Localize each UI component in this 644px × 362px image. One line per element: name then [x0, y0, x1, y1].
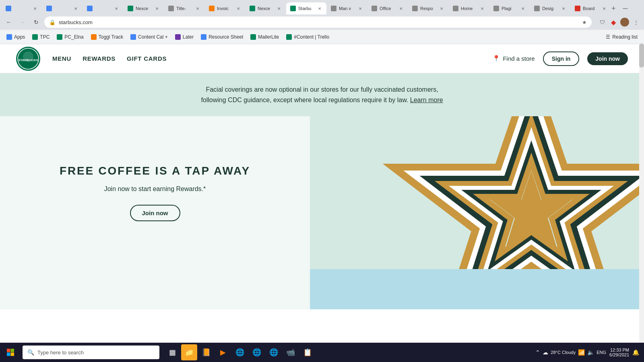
scrollbar-track[interactable] — [639, 43, 644, 343]
reading-list-icon: ☰ — [606, 34, 610, 40]
address-bar: ← → ↻ 🔒 starbucks.com ★ 🛡 ◆ ⋮ — [0, 14, 644, 30]
tab-close-11[interactable]: ✕ — [479, 6, 485, 11]
bm-label-2: PC_Elna — [64, 34, 83, 40]
taskbar-search-box[interactable]: 🔍 Type here to search — [23, 346, 159, 359]
bm-favicon-4 — [130, 34, 136, 40]
language-label[interactable]: ENG — [597, 350, 606, 355]
sign-in-button[interactable]: Sign in — [543, 51, 580, 66]
tab-close-2[interactable]: ✕ — [114, 6, 119, 11]
volume-icon[interactable]: 🔈 — [587, 349, 594, 356]
tab-label-4: Title- — [176, 6, 192, 11]
tab-label-10: Respo — [420, 6, 436, 11]
tab-close-12[interactable]: ✕ — [520, 6, 526, 11]
bm-favicon-0 — [6, 34, 12, 40]
back-button[interactable]: ← — [3, 16, 14, 28]
bookmark-item-4[interactable]: Content Cal + — [127, 33, 171, 41]
bookmark-item-3[interactable]: Toggl Track — [88, 33, 126, 41]
bm-label-0: Apps — [14, 34, 25, 40]
tab-close-6[interactable]: ✕ — [276, 6, 282, 11]
tab-close-13[interactable]: ✕ — [561, 6, 566, 11]
browser-tab-12[interactable]: Plagi ✕ — [489, 2, 530, 14]
tab-close-5[interactable]: ✕ — [235, 6, 241, 11]
reading-list-button[interactable]: ☰ Reading list — [603, 33, 641, 41]
tab-close-9[interactable]: ✕ — [398, 6, 404, 11]
svg-rect-12 — [7, 349, 10, 352]
browser-tab-10[interactable]: Respo ✕ — [408, 2, 448, 14]
taskbar-edge[interactable]: 🌐 — [249, 344, 265, 360]
learn-more-link[interactable]: Learn more — [410, 97, 443, 103]
taskbar-clock[interactable]: 12:33 PM 6/29/2021 — [609, 348, 629, 357]
browser-tab-5[interactable]: Invoic ✕ — [205, 2, 245, 14]
bookmark-item-0[interactable]: Apps — [3, 33, 28, 41]
taskbar-task-view[interactable]: ▦ — [164, 344, 180, 360]
browser-tab-3[interactable]: Nexce ✕ — [124, 2, 164, 14]
gift-cards-link[interactable]: GIFT CARDS — [127, 55, 167, 62]
url-bar[interactable]: 🔒 starbucks.com ★ — [44, 16, 592, 28]
tab-favicon-7 — [290, 6, 296, 11]
tab-favicon-6 — [250, 6, 255, 11]
reload-button[interactable]: ↻ — [31, 16, 42, 28]
menu-link[interactable]: MENU — [52, 55, 71, 62]
bm-label-8: #Content | Trello — [294, 34, 329, 40]
tab-close-1[interactable]: ✕ — [73, 6, 78, 11]
tab-bar: ✕ ✕ ✕ Nexce ✕ Title- ✕ Invoic ✕ Nexce ✕ — [0, 0, 644, 14]
tab-close-7[interactable]: ✕ — [317, 6, 322, 11]
browser-tab-1[interactable]: ✕ — [42, 2, 83, 14]
browser-tab-2[interactable]: ✕ — [83, 2, 123, 14]
taskbar-vlc[interactable]: ▶ — [215, 344, 231, 360]
hero-left: FREE COFFEE IS A TAP AWAY Join now to st… — [0, 116, 310, 269]
browser-tab-6[interactable]: Nexce ✕ — [246, 2, 286, 14]
bookmark-item-2[interactable]: PC_Elna — [54, 33, 87, 41]
start-button[interactable] — [0, 343, 21, 362]
bookmark-item-7[interactable]: MailerLite — [247, 33, 282, 41]
profile-icon[interactable] — [620, 17, 630, 27]
taskbar-firefox[interactable]: 🌐 — [232, 344, 248, 360]
bookmark-item-1[interactable]: TPC — [29, 33, 53, 41]
taskbar-file-explorer[interactable]: 📁 — [181, 344, 197, 360]
settings-icon[interactable]: ⋮ — [631, 17, 641, 27]
extension-icon-1[interactable]: 🛡 — [597, 17, 607, 27]
taskbar-teams[interactable]: 📹 — [283, 344, 299, 360]
browser-tab-11[interactable]: Home ✕ — [449, 2, 489, 14]
browser-tab-13[interactable]: Desig ✕ — [530, 2, 570, 14]
tab-close-4[interactable]: ✕ — [195, 6, 200, 11]
tab-favicon-0 — [6, 6, 11, 11]
browser-tab-9[interactable]: Office ✕ — [367, 2, 408, 14]
restore-button[interactable]: ◻ — [636, 2, 644, 14]
tab-close-8[interactable]: ✕ — [357, 6, 363, 11]
tab-close-14[interactable]: ✕ — [601, 6, 607, 11]
tab-close-3[interactable]: ✕ — [154, 6, 160, 11]
join-now-hero-button[interactable]: Join now — [130, 205, 180, 221]
tab-close-10[interactable]: ✕ — [439, 6, 444, 11]
forward-button[interactable]: → — [17, 16, 28, 28]
join-now-nav-button[interactable]: Join now — [587, 52, 628, 65]
scrollbar-thumb[interactable] — [639, 43, 644, 68]
taskbar-chrome[interactable]: 🌐 — [266, 344, 282, 360]
find-store-link[interactable]: 📍 Find a store — [492, 55, 535, 62]
extension-icon-2[interactable]: ◆ — [609, 17, 618, 27]
bm-label-3: Toggl Track — [99, 34, 123, 40]
browser-tab-4[interactable]: Title- ✕ — [164, 2, 204, 14]
bookmark-star-icon[interactable]: ★ — [582, 19, 587, 25]
bm-favicon-7 — [250, 34, 256, 40]
bookmark-item-5[interactable]: Later — [172, 33, 197, 41]
browser-tab-8[interactable]: Man v ✕ — [327, 2, 367, 14]
rewards-link[interactable]: REWARDS — [83, 55, 116, 62]
tab-new-button[interactable]: + — [611, 2, 616, 14]
browser-tab-0[interactable]: ✕ — [2, 2, 42, 14]
browser-tab-14[interactable]: Board ✕ — [571, 2, 611, 14]
weather-icon[interactable]: ☁ — [543, 349, 548, 356]
show-hidden-icon[interactable]: ⌃ — [535, 349, 540, 356]
bookmark-item-8[interactable]: #Content | Trello — [283, 33, 332, 41]
bookmark-item-6[interactable]: Resource Sheet — [198, 33, 246, 41]
svg-rect-13 — [11, 349, 14, 352]
tab-close-0[interactable]: ✕ — [32, 6, 38, 11]
taskbar-sticky[interactable]: 📋 — [299, 344, 316, 360]
taskbar-store[interactable]: 📙 — [198, 344, 214, 360]
notification-icon[interactable]: 🔔 — [632, 349, 639, 356]
browser-tab-7[interactable]: Starbu ✕ — [286, 2, 326, 14]
network-icon[interactable]: 📶 — [578, 349, 585, 356]
tab-favicon-5 — [209, 6, 215, 11]
starbucks-logo[interactable]: STARBUCKS — [16, 47, 40, 71]
minimize-button[interactable]: — — [616, 2, 635, 14]
